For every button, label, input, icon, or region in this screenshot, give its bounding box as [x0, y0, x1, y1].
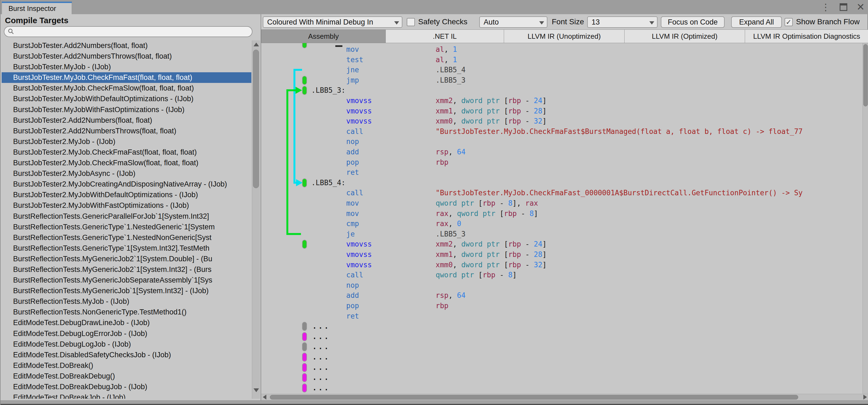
list-item[interactable]: BurstJobTester2.MyJob.CheckFmaSlow(float… — [2, 157, 251, 168]
list-item[interactable]: EditModeTest.DisabledSafetyChecksJob - (… — [2, 350, 251, 360]
code-instruction-row: vmovssxmm1, dword ptr [rbp - 28] — [261, 249, 863, 260]
list-item[interactable]: BurstReflectionTests.MyGenericJobSeparat… — [2, 275, 251, 286]
code-hscrollbar-thumb[interactable] — [270, 395, 798, 400]
safety-checks-label: Safety Checks — [418, 18, 468, 26]
list-scrollbar-thumb[interactable] — [253, 50, 259, 188]
tab-llvm-ir-unoptimized-[interactable]: LLVM IR (Unoptimized) — [504, 29, 624, 43]
list-item[interactable]: BurstJobTester2.MyJobAsync - (IJob) — [2, 168, 251, 179]
close-icon[interactable]: ✕ — [857, 0, 865, 14]
list-item[interactable]: BurstJobTester.Add2NumbersThrows(float, … — [2, 51, 251, 62]
compile-target-list: BurstJobTester.Add2Numbers(float, float)… — [2, 40, 251, 399]
maximize-icon[interactable] — [840, 3, 847, 11]
scroll-right-arrow-icon[interactable] — [863, 395, 867, 400]
code-instruction-row: moval, 1 — [261, 44, 863, 55]
display-mode-dropdown[interactable]: Coloured With Minimal Debug In — [263, 17, 402, 28]
show-branch-flow-checkbox[interactable]: ✓ — [784, 18, 793, 26]
collapsed-block-row: ... — [261, 321, 863, 331]
collapsed-block-row: ... — [261, 342, 863, 352]
list-item[interactable]: EditModeTest.DoBreakJob - (IJob) — [2, 392, 251, 399]
burst-inspector-window: Burst Inspector ⋮ ✕ Compile Targets Burs… — [0, 0, 868, 405]
focus-on-code-button[interactable]: Focus on Code — [661, 17, 724, 28]
code-instruction-row: ret — [261, 167, 863, 177]
mnemonic: jmp — [346, 75, 359, 85]
list-item[interactable]: BurstJobTester.MyJobWithFastOptimization… — [2, 105, 251, 115]
safety-checks-checkbox[interactable] — [407, 18, 415, 26]
mnemonic: vmovss — [346, 95, 372, 106]
list-item[interactable]: BurstJobTester2.MyJob.CheckFmaFast(float… — [2, 147, 251, 157]
collapsed-block-ellipsis[interactable]: ... — [312, 362, 330, 373]
list-item[interactable]: EditModeTest.DoBreakDebugJob - (IJob) — [2, 381, 251, 392]
tab-llvm-ir-optimized-[interactable]: LLVM IR (Optimized) — [624, 29, 745, 43]
list-item[interactable]: BurstReflectionTests.GenericParallelForJ… — [2, 211, 251, 222]
scroll-left-arrow-icon[interactable] — [263, 395, 266, 400]
list-item[interactable]: BurstReflectionTests.GenericType`1.Neste… — [2, 222, 251, 232]
collapsed-block-ellipsis[interactable]: ... — [312, 383, 330, 393]
mnemonic: call — [346, 270, 363, 280]
list-item[interactable]: BurstJobTester2.Add2NumbersThrows(float,… — [2, 126, 251, 136]
collapsed-block-row: ... — [261, 331, 863, 342]
collapsed-block-row: ... — [261, 362, 863, 373]
list-item[interactable]: BurstReflectionTests.GenericType`1[Syste… — [2, 243, 251, 254]
list-item[interactable]: BurstJobTester2.Add2Numbers(float, float… — [2, 115, 251, 126]
mnemonic: add — [346, 290, 359, 300]
scroll-down-arrow-icon[interactable] — [253, 388, 259, 392]
code-instruction-row: vmovssxmm1, dword ptr [rbp - 28] — [261, 106, 863, 116]
scroll-up-arrow-icon[interactable] — [253, 42, 259, 46]
basic-block-marker — [302, 342, 307, 351]
collapsed-block-ellipsis[interactable]: ... — [312, 352, 330, 362]
list-item[interactable]: EditModeTest.DebugLogJob - (IJob) — [2, 339, 251, 350]
code-instruction-row: nop — [261, 136, 863, 147]
menu-kebab-icon[interactable]: ⋮ — [821, 0, 830, 14]
list-item[interactable]: BurstJobTester.MyJob - (IJob) — [2, 62, 251, 72]
operands: rbp — [436, 157, 448, 168]
chevron-down-icon — [649, 21, 654, 25]
search-input[interactable] — [15, 28, 244, 35]
collapsed-block-ellipsis[interactable]: ... — [312, 372, 330, 383]
list-item[interactable]: BurstJobTester2.MyJobCreatingAndDisposin… — [2, 179, 251, 190]
view-tabs: Assembly.NET ILLLVM IR (Unoptimized)LLVM… — [261, 29, 868, 43]
code-instruction-row: movqword ptr [rbp - 8], rax — [261, 198, 863, 208]
list-item[interactable]: EditModeTest.DoBreak() — [2, 360, 251, 371]
assembly-code-view: moval, 1testal, 1jne.LBB5_4jmp.LBB5_3.LB… — [261, 43, 863, 394]
window-tab-burst-inspector[interactable]: Burst Inspector — [2, 2, 72, 14]
tab-assembly[interactable]: Assembly — [261, 29, 385, 43]
list-item[interactable]: BurstReflectionTests.NonGenericType.Test… — [2, 307, 251, 317]
list-item[interactable]: BurstJobTester2.MyJob - (IJob) — [2, 136, 251, 147]
list-item[interactable]: BurstJobTester.Add2Numbers(float, float) — [2, 40, 251, 51]
operands: xmm0, dword ptr [rbp - 32] — [436, 260, 547, 270]
font-size-dropdown[interactable]: 13 — [587, 17, 657, 28]
list-item[interactable]: EditModeTest.DoBreakDebug() — [2, 371, 251, 381]
list-item[interactable]: BurstJobTester2.MyJobWithDefaultOptimiza… — [2, 190, 251, 200]
code-vscrollbar-thumb[interactable] — [863, 44, 868, 106]
list-item[interactable]: BurstJobTester2.MyJobWithFastOptimizatio… — [2, 200, 251, 211]
target-dropdown-value: Auto — [484, 18, 499, 26]
operands: xmm2, dword ptr [rbp - 24] — [436, 239, 547, 249]
list-item[interactable]: BurstJobTester.MyJobWithDefaultOptimizat… — [2, 93, 251, 104]
list-item[interactable]: BurstReflectionTests.MyGenericJob`1[Syst… — [2, 286, 251, 296]
mnemonic: nop — [346, 280, 359, 290]
target-dropdown[interactable]: Auto — [479, 17, 548, 28]
mnemonic: pop — [346, 300, 359, 311]
collapsed-block-ellipsis[interactable]: ... — [312, 331, 330, 342]
list-item[interactable]: BurstReflectionTests.GenericType`1.Neste… — [2, 232, 251, 243]
list-item[interactable]: BurstJobTester.MyJob.CheckFmaSlow(float,… — [2, 83, 251, 93]
expand-all-button[interactable]: Expand All — [731, 17, 782, 28]
compile-targets-header: Compile Targets — [5, 16, 68, 25]
list-item[interactable]: BurstReflectionTests.MyGenericJob2`1[Sys… — [2, 254, 251, 264]
tab-llvm-ir-optimisation-diagnostics[interactable]: LLVM IR Optimisation Diagnostics — [745, 29, 868, 43]
window-controls: ⋮ ✕ — [821, 0, 865, 14]
list-item[interactable]: EditModeTest.DebugDrawLineJob - (IJob) — [2, 317, 251, 328]
collapsed-block-ellipsis[interactable]: ... — [312, 342, 330, 352]
code-instruction-row: call"BurstJobTester.MyJob.CheckFmaFast_0… — [261, 187, 863, 198]
list-item[interactable]: BurstJobTester.MyJob.CheckFmaFast(float,… — [2, 72, 251, 83]
collapsed-block-ellipsis[interactable]: ... — [312, 321, 330, 331]
list-item[interactable]: BurstReflectionTests.MyGenericJob2`1[Sys… — [2, 264, 251, 275]
list-item[interactable]: EditModeTest.DebugLogErrorJob - (IJob) — [2, 328, 251, 339]
operands: .LBB5_3 — [436, 75, 466, 85]
tab--net-il[interactable]: .NET IL — [385, 29, 504, 43]
basic-block-marker — [302, 240, 307, 249]
basic-block-marker — [302, 353, 307, 361]
list-item[interactable]: BurstReflectionTests.MyJob - (IJob) — [2, 296, 251, 307]
display-mode-value: Coloured With Minimal Debug In — [267, 18, 373, 26]
basic-block-marker — [302, 178, 307, 187]
